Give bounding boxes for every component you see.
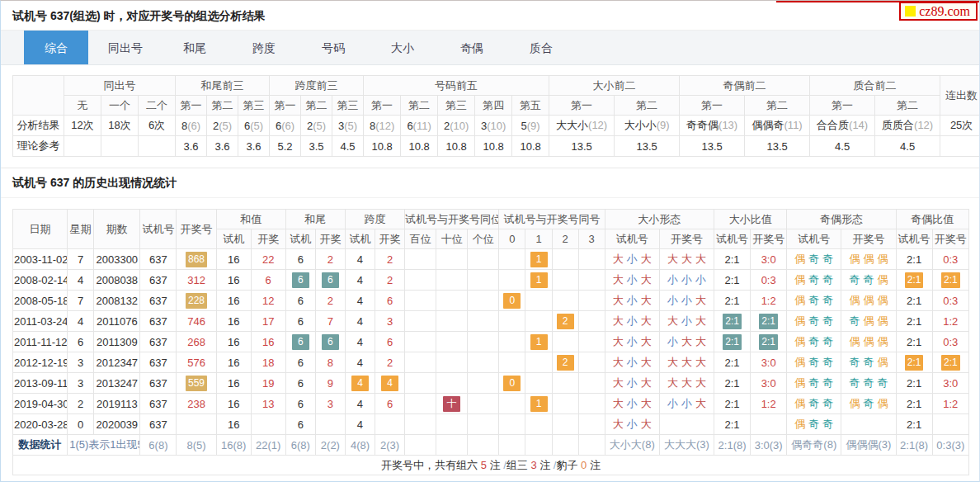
- cell: [405, 394, 436, 414]
- tab-daxiao[interactable]: 大小: [370, 31, 435, 64]
- table-row: 2011-03-2442011076637746161767432大小大大小大2…: [13, 311, 969, 332]
- cell: 大大小(12): [549, 116, 615, 136]
- cell: 6: [285, 414, 315, 435]
- cell: 18次: [101, 116, 139, 136]
- cell: 2:1: [714, 332, 751, 352]
- cell: 637: [140, 352, 177, 373]
- cell: 637: [140, 414, 177, 435]
- tab-haoma[interactable]: 号码: [301, 31, 365, 64]
- cell: 2013247: [94, 373, 140, 394]
- cell: [578, 270, 605, 291]
- header-cell: 开奖号: [932, 229, 968, 249]
- cell: 16: [216, 414, 251, 435]
- cell: 6(6): [270, 116, 301, 136]
- cell: 2:1: [932, 270, 968, 291]
- tab-kuadu[interactable]: 跨度: [232, 31, 296, 64]
- cell: 2011-03-24: [13, 311, 68, 332]
- tab-zonghe[interactable]: 综合: [24, 31, 88, 64]
- table-row: 数据统计1(5)表示1出现5次6(8)8(5)16(8)22(1)6(8)2(2…: [13, 435, 969, 456]
- header-cell: 0: [499, 229, 525, 249]
- cell: 16: [216, 249, 251, 270]
- cell: 3.6: [176, 136, 207, 157]
- header-cell: 开奖号: [659, 229, 714, 249]
- cell: 大小大: [605, 270, 659, 291]
- cell: [578, 435, 605, 456]
- cell: [405, 291, 436, 311]
- cell: [405, 270, 436, 291]
- cell: [525, 352, 552, 373]
- cell: 746: [177, 311, 216, 332]
- cell: [436, 435, 468, 456]
- header-cell: 跨度: [345, 210, 404, 229]
- cell: 偶偶偶: [841, 332, 896, 352]
- cell: [468, 414, 499, 435]
- cell: 0:3(3): [932, 435, 968, 456]
- cell: 偶奇偶: [841, 394, 896, 414]
- analysis-section: 同出号和尾前三跨度前三号码前五大小前二奇偶前二质合前二连出数无一个二个第一第二第…: [1, 65, 979, 157]
- cell: 数据统计: [13, 435, 68, 456]
- cell: [405, 249, 436, 270]
- header-cell: 日期: [13, 210, 68, 249]
- cell: [468, 311, 499, 332]
- cell: 1:2: [751, 291, 787, 311]
- cell: 3.6: [238, 136, 270, 157]
- cell: [578, 291, 605, 311]
- header-cell: 第五: [512, 96, 549, 116]
- cell: 637: [140, 291, 177, 311]
- tab-zhihe[interactable]: 质合: [509, 31, 573, 64]
- header-cell: 大小比值: [714, 210, 787, 229]
- header-cell: 第四: [475, 96, 512, 116]
- cell: 3: [68, 352, 94, 373]
- cell: 2(3): [375, 435, 405, 456]
- cell: 偶偶偶: [841, 291, 896, 311]
- cell: 6: [375, 394, 405, 414]
- cell: 22(1): [251, 435, 285, 456]
- header-cell: 试机号: [140, 210, 177, 249]
- cell: [578, 394, 605, 414]
- cell: 10.8: [364, 136, 401, 157]
- cell: 0:3: [932, 291, 968, 311]
- logo-link[interactable]: cz89.com: [899, 2, 978, 21]
- cell: 4: [345, 311, 375, 332]
- cell: 6: [375, 291, 405, 311]
- header-cell: 和值: [216, 210, 285, 229]
- cell: 十: [436, 394, 468, 414]
- header-cell: 第三: [238, 96, 270, 116]
- header-cell: 试机号: [896, 229, 932, 249]
- cell: [525, 414, 552, 435]
- header-cell: 3: [578, 229, 605, 249]
- cell: 25次: [940, 116, 980, 136]
- cell: 2008038: [94, 270, 140, 291]
- cell: [64, 136, 101, 157]
- cell: 2:1: [896, 394, 932, 414]
- cell: 6: [375, 332, 405, 352]
- tab-tongchuhao[interactable]: 同出号: [93, 31, 158, 64]
- tab-bar: 综合同出号和尾跨度号码大小奇偶质合: [1, 31, 979, 65]
- cell: [578, 311, 605, 332]
- cell: 5(9): [512, 116, 549, 136]
- cell: 10.8: [438, 136, 475, 157]
- cell: 2: [375, 249, 405, 270]
- tab-qiou[interactable]: 奇偶: [440, 31, 504, 64]
- header-cell: 试机号与开奖号同位: [405, 210, 499, 229]
- cell: 偶偶偶(3): [841, 435, 896, 456]
- cell: 2011309: [94, 332, 140, 352]
- cell: 2013-09-11: [13, 373, 68, 394]
- cell: 2:1: [714, 291, 751, 311]
- tab-hewei[interactable]: 和尾: [163, 31, 227, 64]
- cell: 大小大: [605, 414, 659, 435]
- cell: [177, 414, 216, 435]
- cell: 2019113: [94, 394, 140, 414]
- cell: 2(5): [207, 116, 238, 136]
- cell: 8(12): [364, 116, 401, 136]
- header-cell: 第一: [270, 96, 301, 116]
- header-cell: 十位: [436, 229, 468, 249]
- cell: 2:1: [896, 249, 932, 270]
- cell: 312: [177, 270, 216, 291]
- cell: 大小大: [605, 291, 659, 311]
- cell: [578, 249, 605, 270]
- cell: 6(11): [401, 116, 438, 136]
- cell: [751, 414, 787, 435]
- history-table: 日期星期期数试机号开奖号和值和尾跨度试机号与开奖号同位试机号与开奖号同号大小形态…: [12, 209, 969, 475]
- cell: 7: [315, 311, 345, 332]
